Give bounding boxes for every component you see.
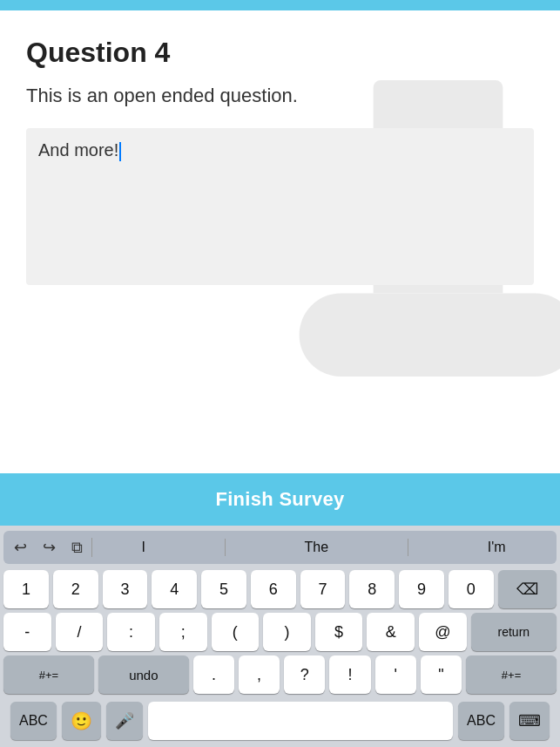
key-question[interactable]: ? [284, 655, 325, 694]
content-wrapper: Question 4 This is an open ended questio… [26, 37, 534, 473]
key-undo[interactable]: undo [98, 655, 189, 694]
clipboard-button[interactable]: ⧉ [68, 535, 86, 560]
undo-button[interactable]: ↩ [10, 534, 30, 560]
suggestions-row: ↩ ↪ ⧉ I The I'm [3, 531, 557, 564]
key-semicolon[interactable]: ; [159, 613, 207, 651]
key-open-paren[interactable]: ( [212, 613, 260, 651]
key-3[interactable]: 3 [103, 570, 148, 608]
key-comma[interactable]: , [239, 655, 280, 694]
content-area: Question 4 This is an open ended questio… [0, 10, 560, 473]
key-0[interactable]: 0 [449, 570, 494, 608]
emoji-key[interactable]: 🙂 [62, 702, 101, 740]
keyboard-key[interactable]: ⌨ [509, 702, 550, 740]
progress-bar [0, 0, 560, 10]
key-minus[interactable]: - [3, 613, 51, 651]
key-quote[interactable]: " [421, 655, 462, 694]
key-ampersand[interactable]: & [367, 613, 415, 651]
answer-text: And more! [38, 140, 118, 160]
key-dollar[interactable]: $ [315, 613, 363, 651]
key-2[interactable]: 2 [53, 570, 98, 608]
answer-input[interactable]: And more! [26, 128, 534, 285]
sug-divider-1 [225, 539, 226, 556]
key-special-right[interactable]: #+= [466, 655, 557, 694]
space-bar[interactable] [148, 702, 453, 740]
key-7[interactable]: 7 [300, 570, 346, 608]
suggestion-word-1[interactable]: I [132, 536, 153, 559]
key-1[interactable]: 1 [3, 570, 49, 608]
question-title: Question 4 [26, 37, 534, 69]
abc-key-left[interactable]: ABC [10, 702, 57, 740]
key-slash[interactable]: / [56, 613, 104, 651]
key-close-paren[interactable]: ) [263, 613, 311, 651]
key-6[interactable]: 6 [251, 570, 296, 608]
suggestion-word-2[interactable]: The [296, 536, 338, 559]
abc-key-right[interactable]: ABC [458, 702, 504, 740]
backspace-key[interactable]: ⌫ [498, 570, 557, 608]
symbol-row-2: #+= undo . , ? ! ' " #+= [3, 655, 557, 694]
number-row: 1 2 3 4 5 6 7 8 9 0 ⌫ [3, 570, 557, 608]
key-exclaim[interactable]: ! [329, 655, 370, 694]
key-4[interactable]: 4 [152, 570, 197, 608]
key-period[interactable]: . [193, 655, 234, 694]
sug-divider-2 [408, 539, 408, 556]
text-cursor [119, 142, 121, 161]
symbol-row-1: - / : ; ( ) $ & @ return [3, 613, 557, 651]
key-apostrophe[interactable]: ' [375, 655, 416, 694]
mic-key[interactable]: 🎤 [106, 702, 143, 740]
bottom-bar: ABC 🙂 🎤 ABC ⌨ [3, 698, 557, 744]
key-5[interactable]: 5 [201, 570, 246, 608]
key-8[interactable]: 8 [349, 570, 395, 608]
keyboard: ↩ ↪ ⧉ I The I'm 1 2 3 4 5 6 7 8 9 0 ⌫ - … [0, 526, 560, 747]
key-special-left[interactable]: #+= [3, 655, 94, 694]
suggestions-words: I The I'm [98, 536, 550, 559]
key-at[interactable]: @ [419, 613, 467, 651]
suggestion-word-3[interactable]: I'm [479, 536, 515, 559]
return-key[interactable]: return [471, 613, 557, 651]
finish-survey-button[interactable]: Finish Survey [0, 473, 560, 526]
question-text: This is an open ended question. [26, 85, 534, 107]
key-colon[interactable]: : [107, 613, 155, 651]
suggestion-actions: ↩ ↪ ⧉ [10, 534, 86, 560]
redo-button[interactable]: ↪ [39, 534, 59, 560]
key-9[interactable]: 9 [399, 570, 444, 608]
suggestions-divider [91, 538, 92, 557]
